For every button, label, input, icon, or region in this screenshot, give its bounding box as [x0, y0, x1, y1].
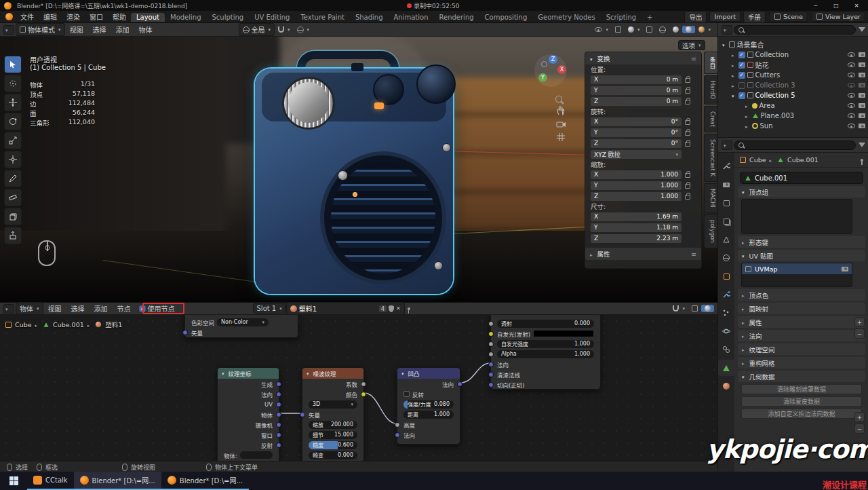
editor-type-button[interactable] [3, 25, 14, 35]
lock-icon[interactable] [685, 142, 690, 147]
outliner-item-plane[interactable]: Plane.003 [722, 111, 868, 121]
emission-strength-field[interactable]: 自发光强度1.000 [497, 340, 594, 348]
start-button[interactable] [0, 476, 27, 485]
socket[interactable] [276, 381, 281, 387]
view-menu[interactable]: 视图 [65, 23, 88, 36]
socket[interactable] [276, 442, 281, 448]
lock-icon[interactable] [685, 173, 690, 178]
scale-tool[interactable] [4, 132, 22, 149]
menu-edit[interactable]: 编辑 [39, 11, 62, 22]
collection-checkbox[interactable] [738, 62, 745, 69]
transmission-field[interactable]: 透射0.000 [497, 320, 594, 328]
breadcrumb-data[interactable]: Cube.001 [787, 156, 818, 164]
tab-world[interactable] [718, 250, 734, 266]
gizmo-y-axis[interactable]: Y [538, 73, 547, 82]
lock-icon[interactable] [685, 195, 690, 200]
invert-checkbox[interactable] [403, 391, 410, 397]
emission-color-swatch[interactable] [533, 330, 594, 337]
location-z-field[interactable]: Z0 m [591, 97, 682, 106]
shader-type-dropdown[interactable]: 物体 [16, 302, 43, 315]
distortion-field[interactable]: 畸变0.000 [309, 451, 357, 459]
shading-solid-button[interactable] [669, 26, 682, 33]
expand-caret-icon[interactable] [745, 102, 750, 109]
section-shape-keys[interactable]: 形态键 [738, 236, 865, 248]
visibility-dropdown[interactable] [591, 26, 612, 33]
node-header[interactable]: 凹凸 [397, 368, 460, 379]
node-image-texture[interactable]: 色彩空间 Non-Color 矢量 [184, 315, 298, 338]
workspace-tab-rendering[interactable]: Rendering [434, 13, 479, 22]
tab-particles[interactable] [718, 305, 734, 321]
section-face-maps[interactable]: 面映射 [738, 303, 865, 314]
render-toggle-icon[interactable] [859, 62, 865, 67]
unlink-icon[interactable]: ✕ [396, 305, 401, 312]
outliner-item-collection[interactable]: Collection [722, 50, 868, 60]
shading-material-button[interactable] [682, 26, 695, 33]
outliner-item-sun[interactable]: Sun [722, 121, 868, 131]
menu-help[interactable]: 帮助 [108, 11, 131, 22]
socket[interactable] [488, 352, 494, 357]
menu-render[interactable]: 渲染 [62, 11, 85, 22]
panel-menu-icon[interactable]: ≡ [691, 250, 696, 258]
alpha-field[interactable]: Alpha1.000 [497, 350, 594, 358]
add-menu[interactable]: 添加 [90, 303, 113, 314]
import-button[interactable]: Import [709, 12, 741, 22]
socket[interactable] [395, 432, 400, 438]
socket[interactable] [457, 381, 462, 387]
socket[interactable] [276, 402, 281, 407]
socket[interactable] [395, 422, 400, 428]
workspace-tab-geometry-nodes[interactable]: Geometry Nodes [532, 13, 600, 22]
rotate-tool[interactable] [4, 113, 22, 130]
node-bump[interactable]: 凹凸 法向 反转 强度/力度0.080 距离1.000 高度 法向 [397, 367, 460, 445]
location-y-field[interactable]: Y0 m [591, 86, 682, 95]
add-workspace-button[interactable]: + [642, 13, 658, 22]
sidebar-tab-polygon[interactable]: polygon [704, 214, 717, 248]
lock-icon[interactable] [685, 100, 690, 105]
ortho-grid-icon[interactable] [556, 132, 566, 142]
tab-output[interactable] [718, 195, 734, 211]
data-name-field[interactable]: Cube.001 [740, 172, 863, 184]
uv-map-item[interactable]: UVMap [742, 263, 852, 274]
material-name-field[interactable]: 塑料1 4 ✕ [286, 302, 405, 315]
taskbar-app-blender-1[interactable]: Blender* [D:\=网... [74, 472, 161, 490]
scale-z-field[interactable]: Z1.000 [591, 192, 682, 201]
panel-menu-icon[interactable]: ≡ [691, 55, 696, 62]
select-menu[interactable]: 选择 [88, 23, 111, 36]
vertex-groups-list[interactable] [741, 199, 852, 234]
remove-button[interactable]: − [854, 423, 865, 434]
rotation-mode-dropdown[interactable]: XYZ 欧拉 [591, 150, 682, 159]
strength-field[interactable]: 强度/力度0.080 [403, 400, 454, 409]
hide-toggle-icon[interactable] [848, 124, 855, 128]
gizmo-z-axis[interactable]: Z [549, 55, 557, 64]
show-overlays-toggle[interactable] [625, 26, 644, 33]
render-toggle-icon[interactable] [859, 83, 865, 88]
lock-icon[interactable] [685, 131, 690, 136]
shading-wireframe-button[interactable] [656, 26, 669, 34]
expand-caret-icon[interactable] [732, 51, 736, 58]
section-vertex-colors[interactable]: 顶点色 [738, 289, 865, 301]
move-tool[interactable] [4, 94, 22, 111]
properties-search-input[interactable] [734, 140, 856, 150]
lock-icon[interactable] [685, 184, 690, 189]
tab-render[interactable] [718, 176, 734, 193]
proportional-editing-toggle[interactable] [294, 26, 313, 34]
show-gizmo-toggle[interactable] [612, 26, 625, 33]
detail-field[interactable]: 细节15.000 [309, 431, 357, 439]
editor-type-button[interactable] [3, 304, 14, 314]
active-render-icon[interactable] [842, 267, 848, 271]
object-picker-field[interactable] [240, 451, 273, 459]
annotate-tool[interactable] [4, 170, 22, 187]
taskbar-app-blender-2[interactable]: Blender* [D:\=网... [161, 472, 249, 490]
add-menu[interactable]: 添加 [111, 23, 134, 36]
scale-field[interactable]: 缩放200.000 [309, 421, 357, 429]
expand-caret-icon[interactable] [732, 81, 736, 89]
cursor-tool[interactable] [4, 75, 22, 92]
close-button[interactable]: ✕ [849, 1, 864, 10]
outliner-item-area[interactable]: Area [722, 100, 868, 111]
lock-icon[interactable] [685, 89, 690, 94]
expand-caret-icon[interactable] [732, 61, 736, 69]
expand-caret-icon[interactable] [732, 71, 736, 79]
select-box-tool[interactable] [4, 56, 22, 73]
socket[interactable] [276, 432, 281, 438]
filter-icon[interactable] [859, 143, 865, 147]
user-count-badge[interactable]: 4 [379, 305, 387, 312]
